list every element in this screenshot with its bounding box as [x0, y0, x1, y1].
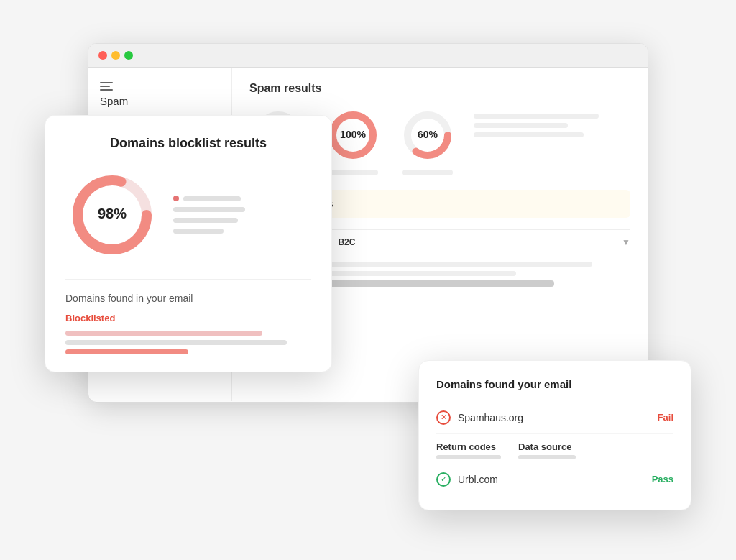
- domains-found-card-title: Domains found your email: [436, 378, 673, 390]
- domain-name-urbl: Urbl.com: [458, 474, 652, 485]
- return-codes-col: Return codes: [436, 441, 501, 459]
- domain-status-urbl: Pass: [652, 474, 673, 485]
- browser-titlebar: [88, 44, 648, 68]
- data-source-col: Data source: [518, 441, 576, 459]
- pass-icon-urbl: ✓: [436, 472, 451, 487]
- return-codes-line: [436, 455, 501, 459]
- minimize-button[interactable]: [111, 51, 120, 60]
- blocklist-card-title: Domains blocklist results: [65, 136, 311, 151]
- donut-2-label: 100%: [340, 128, 366, 139]
- return-codes-label: Return codes: [436, 441, 501, 452]
- return-codes-row: Return codes Data source: [436, 434, 673, 464]
- hamburger-icon[interactable]: [100, 82, 220, 91]
- domains-found-card: Domains found your email ✕ Spamhaus.org …: [418, 360, 691, 510]
- data-source-line: [518, 455, 576, 459]
- info-line-1: [183, 196, 241, 201]
- donut-chart-2: 100%: [324, 106, 382, 175]
- donut-3-placeholder: [402, 170, 453, 175]
- blocklist-donut-info: [173, 196, 245, 234]
- info-line-4: [173, 229, 224, 234]
- data-source-label: Data source: [518, 441, 576, 452]
- domain-name-spamhaus: Spamhaus.org: [458, 412, 658, 423]
- blocklist-percent: 98%: [98, 206, 126, 221]
- blocklisted-label: Blocklisted: [65, 313, 311, 323]
- fail-icon-spamhaus: ✕: [436, 410, 451, 425]
- chevron-down-icon[interactable]: ▼: [622, 237, 630, 247]
- failed-tag-segment: B2C: [338, 237, 355, 247]
- info-line-2: [173, 207, 245, 212]
- sidebar-title: Spam: [100, 95, 220, 107]
- donut-3-label: 60%: [418, 128, 438, 139]
- maximize-button[interactable]: [124, 51, 133, 60]
- donut-2-placeholder: [328, 170, 378, 175]
- red-dot: [173, 196, 179, 201]
- card-divider: [65, 279, 311, 280]
- info-line-3: [173, 218, 238, 223]
- dot-line-1: [173, 196, 245, 201]
- domains-found-title: Domains found in your email: [65, 293, 311, 304]
- main-title: Spam results: [249, 82, 630, 95]
- domain-status-spamhaus: Fail: [658, 412, 673, 423]
- blocklist-card: Domains blocklist results 98% Domains fo…: [45, 115, 332, 372]
- blocklist-donut-wrap: 98%: [65, 168, 311, 262]
- blocklist-lines: [65, 331, 311, 354]
- blocklist-donut-chart: 98%: [65, 168, 159, 262]
- donut-chart-3: 60%: [399, 106, 456, 175]
- domain-item-spamhaus[interactable]: ✕ Spamhaus.org Fail: [436, 402, 673, 434]
- close-button[interactable]: [98, 51, 107, 60]
- domain-item-urbl[interactable]: ✓ Urbl.com Pass: [436, 464, 673, 495]
